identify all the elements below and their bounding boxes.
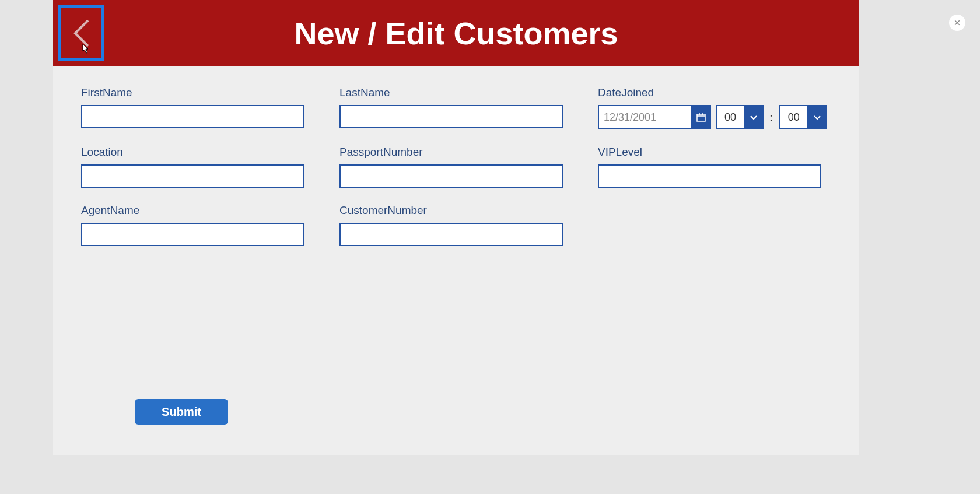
close-button[interactable]: [949, 15, 965, 31]
hour-dropdown-button[interactable]: [745, 105, 764, 129]
label-datejoined: DateJoined: [598, 86, 827, 99]
field-lastname: LastName: [340, 86, 563, 129]
form-row: FirstName LastName DateJoined: [81, 86, 831, 129]
label-firstname: FirstName: [81, 86, 304, 99]
close-icon: [954, 19, 961, 26]
svg-rect-0: [697, 114, 705, 121]
field-agentname: AgentName: [81, 204, 304, 246]
submit-button[interactable]: Submit: [135, 399, 228, 425]
input-minute[interactable]: [779, 105, 808, 129]
minute-dropdown-button[interactable]: [808, 105, 827, 129]
label-lastname: LastName: [340, 86, 563, 99]
label-location: Location: [81, 146, 304, 159]
label-customernumber: CustomerNumber: [340, 204, 563, 217]
date-picker: [598, 105, 711, 129]
field-viplevel: VIPLevel: [598, 146, 821, 188]
input-firstname[interactable]: [81, 105, 304, 128]
input-location[interactable]: [81, 164, 304, 188]
calendar-icon: [696, 113, 706, 122]
page-title: New / Edit Customers: [53, 15, 859, 51]
calendar-button[interactable]: [692, 105, 711, 129]
minute-select: [779, 105, 827, 129]
chevron-down-icon: [750, 113, 758, 121]
back-button[interactable]: [58, 5, 104, 61]
input-viplevel[interactable]: [598, 164, 821, 188]
field-passportnumber: PassportNumber: [340, 146, 563, 188]
form-body: FirstName LastName DateJoined: [53, 66, 859, 246]
input-customernumber[interactable]: [340, 223, 563, 246]
form-row: AgentName CustomerNumber: [81, 204, 831, 246]
form-row: Location PassportNumber VIPLevel: [81, 146, 831, 188]
label-agentname: AgentName: [81, 204, 304, 217]
field-customernumber: CustomerNumber: [340, 204, 563, 246]
field-location: Location: [81, 146, 304, 188]
input-lastname[interactable]: [340, 105, 563, 128]
field-datejoined: DateJoined: [598, 86, 827, 129]
input-hour[interactable]: [716, 105, 745, 129]
input-passportnumber[interactable]: [340, 164, 563, 188]
time-separator: :: [769, 111, 774, 124]
datejoined-wrapper: :: [598, 105, 827, 129]
input-agentname[interactable]: [81, 223, 304, 246]
chevron-left-icon: [69, 16, 93, 51]
hour-select: [716, 105, 764, 129]
form-container: New / Edit Customers FirstName LastName …: [53, 0, 859, 455]
chevron-down-icon: [813, 113, 821, 121]
input-date[interactable]: [598, 105, 692, 129]
form-header: New / Edit Customers: [53, 0, 859, 66]
label-passportnumber: PassportNumber: [340, 146, 563, 159]
field-firstname: FirstName: [81, 86, 304, 129]
label-viplevel: VIPLevel: [598, 146, 821, 159]
